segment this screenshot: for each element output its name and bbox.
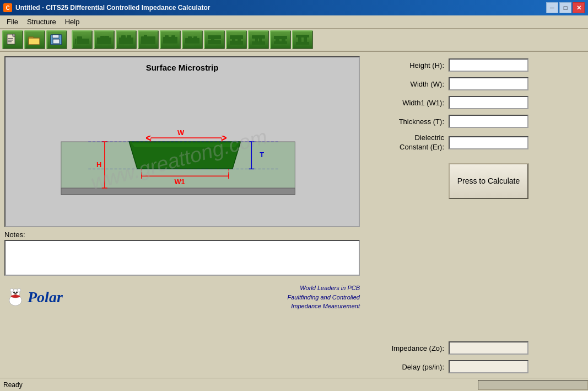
delay-field-row: Delay (ps/in): — [367, 360, 584, 373]
svg-rect-33 — [232, 38, 235, 41]
toolbar-struct9-button[interactable] — [248, 30, 269, 49]
svg-rect-44 — [296, 42, 309, 45]
toolbar-struct3-button[interactable] — [116, 30, 137, 49]
svg-rect-34 — [238, 38, 241, 41]
delay-label: Delay (ps/in): — [367, 363, 444, 371]
toolbar-struct4-button[interactable] — [138, 30, 159, 49]
width-input[interactable] — [449, 77, 528, 90]
window-controls: ─ □ ✕ — [546, 2, 585, 13]
right-panel: Height (H): Width (W): Width1 (W1): Thic… — [367, 56, 584, 373]
restore-button[interactable]: □ — [559, 2, 571, 13]
svg-rect-18 — [121, 35, 126, 39]
svg-rect-9 — [52, 35, 59, 38]
svg-point-78 — [11, 295, 20, 298]
svg-rect-41 — [276, 39, 279, 42]
svg-rect-7 — [29, 38, 40, 45]
svg-rect-31 — [230, 35, 243, 39]
dielectric-field-row: DielectricConstant (Er): — [367, 133, 584, 152]
toolbar-open-button[interactable] — [24, 30, 45, 49]
svg-text:W: W — [177, 128, 185, 137]
polar-logo: Polar — [4, 286, 63, 308]
polar-bear-icon — [4, 286, 26, 308]
width1-label: Width1 (W1): — [367, 99, 444, 107]
menu-file[interactable]: File — [2, 17, 23, 27]
calculate-button[interactable]: Press to Calculate — [449, 163, 528, 199]
svg-rect-23 — [165, 35, 169, 39]
thickness-field-row: Thickness (T): — [367, 115, 584, 128]
width1-input[interactable] — [449, 96, 528, 109]
svg-rect-32 — [230, 41, 243, 45]
svg-rect-46 — [304, 37, 307, 42]
svg-rect-24 — [171, 35, 175, 39]
thickness-input[interactable] — [449, 115, 528, 128]
toolbar-struct10-button[interactable] — [270, 30, 291, 49]
close-button[interactable]: ✕ — [573, 2, 585, 13]
svg-rect-15 — [100, 36, 105, 39]
dielectric-label: DielectricConstant (Er): — [367, 133, 444, 152]
svg-rect-16 — [105, 36, 109, 39]
toolbar-struct2-button[interactable] — [94, 30, 115, 49]
svg-rect-25 — [185, 38, 199, 44]
svg-rect-29 — [208, 40, 221, 44]
notes-label: Notes: — [4, 231, 363, 239]
svg-rect-19 — [127, 35, 131, 39]
menu-help[interactable]: Help — [61, 17, 84, 27]
impedance-label: Impedance (Zo): — [367, 344, 444, 352]
svg-rect-30 — [211, 38, 214, 41]
svg-rect-27 — [193, 36, 197, 39]
svg-rect-4 — [8, 41, 12, 42]
toolbar — [0, 29, 588, 52]
svg-rect-2 — [8, 38, 13, 39]
polar-brand-text: Polar — [28, 288, 63, 306]
menu-structure[interactable]: Structure — [23, 17, 61, 27]
window-title: Untitled - CITS25 Differential Controlle… — [15, 4, 543, 12]
height-label: Height (H): — [367, 61, 444, 69]
svg-text:W1: W1 — [174, 178, 185, 186]
svg-point-73 — [17, 288, 20, 292]
svg-rect-35 — [252, 35, 265, 39]
diagram-area: Surface Microstrip W — [4, 56, 360, 227]
svg-rect-10 — [53, 39, 60, 44]
toolbar-struct7-button[interactable] — [204, 30, 225, 49]
toolbar-struct11-button[interactable] — [292, 30, 313, 49]
svg-rect-12 — [77, 36, 82, 40]
impedance-input[interactable] — [449, 341, 528, 355]
width-label: Width (W): — [367, 80, 444, 88]
width-field-row: Width (W): — [367, 77, 584, 90]
svg-rect-20 — [141, 36, 155, 44]
toolbar-new-button[interactable] — [2, 30, 23, 49]
menu-bar: File Structure Help — [0, 15, 588, 29]
svg-rect-45 — [298, 37, 301, 42]
status-text: Ready — [3, 381, 23, 389]
status-progress-bar — [478, 380, 588, 390]
status-bar: Ready — [0, 378, 588, 391]
polar-tagline: World Leaders in PCB Faultfinding and Co… — [288, 283, 360, 311]
svg-rect-21 — [144, 35, 147, 38]
svg-rect-3 — [8, 40, 13, 41]
width1-field-row: Width1 (W1): — [367, 96, 584, 109]
svg-point-75 — [16, 291, 18, 293]
impedance-field-row: Impedance (Zo): — [367, 341, 584, 355]
svg-rect-37 — [255, 38, 258, 42]
output-section: Impedance (Zo): Delay (ps/in): — [367, 341, 584, 373]
toolbar-struct6-button[interactable] — [182, 30, 203, 49]
notes-input[interactable] — [4, 240, 360, 276]
minimize-button[interactable]: ─ — [546, 2, 558, 13]
svg-text:T: T — [260, 151, 264, 159]
toolbar-struct8-button[interactable] — [226, 30, 247, 49]
svg-rect-42 — [282, 39, 285, 42]
toolbar-save-button[interactable] — [46, 30, 67, 49]
svg-rect-17 — [119, 38, 133, 44]
svg-rect-36 — [252, 41, 265, 45]
thickness-label: Thickness (T): — [367, 117, 444, 126]
height-field-row: Height (H): — [367, 58, 584, 72]
toolbar-struct5-button[interactable] — [160, 30, 181, 49]
height-input[interactable] — [449, 58, 528, 72]
svg-rect-38 — [259, 38, 262, 42]
toolbar-struct1-button[interactable] — [72, 30, 93, 49]
dielectric-input[interactable] — [449, 136, 528, 149]
svg-point-72 — [10, 288, 13, 292]
main-content: Surface Microstrip W — [0, 52, 588, 378]
svg-rect-26 — [188, 36, 192, 39]
delay-input[interactable] — [449, 360, 528, 373]
